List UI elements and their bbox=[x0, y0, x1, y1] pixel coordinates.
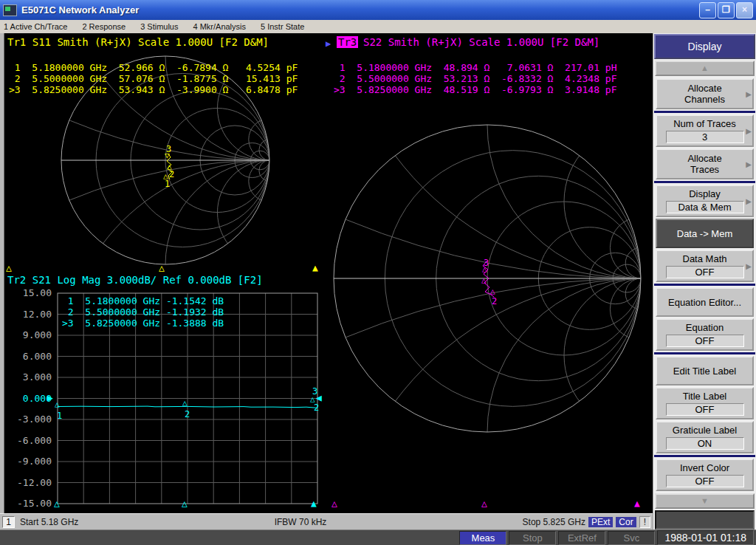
tr3-marker1-stimulus-indicator[interactable]: △ bbox=[331, 498, 337, 508]
tr1-marker1-stimulus-indicator[interactable]: △ bbox=[6, 263, 12, 272]
softkey-data-mem[interactable]: Data -> Mem bbox=[656, 219, 754, 248]
softkey-graticule-label[interactable]: Graticule LabelON bbox=[656, 421, 754, 453]
screen-bezel-edge bbox=[0, 33, 4, 513]
app-window: E5071C Network Analyzer – ❐ × 1 Active C… bbox=[0, 0, 756, 545]
tr1-marker2-stimulus-indicator[interactable]: △ bbox=[159, 263, 165, 272]
y-axis-label: 12.00 bbox=[10, 309, 52, 320]
menu-item-5[interactable]: 5 Instr State bbox=[261, 22, 304, 31]
softkey-label: Invert Color bbox=[680, 462, 729, 473]
active-trace-arrow-icon: ▶ bbox=[326, 39, 331, 48]
tr2-marker2-label: 2 bbox=[185, 410, 190, 419]
tr3-marker1-indicator[interactable]: △ bbox=[481, 276, 487, 284]
softkey-label: Equation bbox=[686, 322, 724, 333]
alert-badge: ! bbox=[639, 516, 650, 528]
softkey-label: Traces bbox=[690, 164, 719, 175]
softkey-label: Data Math bbox=[683, 253, 727, 264]
tr1-marker3-indicator[interactable]: ▽ bbox=[165, 151, 170, 160]
softkey-num-of-traces[interactable]: Num of Traces3▶ bbox=[656, 114, 754, 147]
softkey-menu-title: Display bbox=[654, 34, 755, 59]
softkey-value: OFF bbox=[666, 475, 744, 487]
marker-readout-row: 2 5.5000000 GHz -1.1932 dB bbox=[62, 306, 224, 318]
tr3-marker2-stimulus-indicator[interactable]: △ bbox=[481, 498, 487, 508]
tr1-marker-table: 1 5.1800000 GHz 52.966 Ω -6.7894 Ω 4.525… bbox=[9, 62, 298, 95]
tr2-marker-table: 1 5.1800000 GHz -1.1542 dB 2 5.5000000 G… bbox=[62, 295, 224, 329]
tr3-marker3-indicator[interactable]: △ bbox=[482, 265, 487, 273]
softkey-label: Equation Editor... bbox=[668, 297, 741, 308]
tr1-header[interactable]: Tr1 S11 Smith (R+jX) Scale 1.000U [F2 D&… bbox=[7, 36, 269, 48]
softkey-scroll-down-button[interactable]: ▼ bbox=[655, 493, 755, 509]
softkey-group-separator bbox=[654, 181, 755, 183]
tr2-ref-level-arrow-left[interactable]: ▶ bbox=[47, 393, 53, 402]
softkey-value: OFF bbox=[666, 335, 744, 347]
softkey-label: Allocate bbox=[687, 153, 721, 164]
tr2-header[interactable]: Tr2 S21 Log Mag 3.000dB/ Ref 0.000dB [F2… bbox=[7, 274, 263, 286]
softkey-title-label[interactable]: Title LabelOFF bbox=[656, 387, 754, 419]
menu-item-1[interactable]: 1 Active Ch/Trace bbox=[4, 22, 67, 31]
submenu-arrow-icon: ▶ bbox=[746, 127, 752, 135]
softkey-allocate-traces[interactable]: AllocateTraces▶ bbox=[656, 148, 754, 179]
start-frequency-label: Start 5.18 GHz bbox=[20, 517, 78, 527]
marker-readout-row: 1 5.1800000 GHz 48.894 Ω 7.0631 Ω 217.01… bbox=[334, 62, 617, 73]
titlebar: E5071C Network Analyzer – ❐ × bbox=[0, 0, 756, 20]
graticule-canvas bbox=[0, 33, 653, 513]
softkey-allocate-channels[interactable]: AllocateChannels▶ bbox=[656, 78, 754, 109]
instrument-status-bar: MeasStopExtRefSvc 1988-01-01 01:18 bbox=[0, 529, 756, 545]
y-axis-label: 6.000 bbox=[10, 351, 52, 362]
menu-item-2[interactable]: 2 Response bbox=[82, 22, 126, 31]
tr3-header-text[interactable]: S22 Smith (R+jX) Scale 1.000U [F2 D&M] bbox=[363, 36, 599, 48]
marker-readout-row: 1 5.1800000 GHz -1.1542 dB bbox=[62, 295, 224, 306]
status-badge-cor: Cor bbox=[616, 517, 636, 527]
submenu-arrow-icon: ▶ bbox=[746, 262, 752, 270]
minimize-button[interactable]: – bbox=[699, 2, 716, 18]
tr1-marker3-stimulus-indicator[interactable]: ▲ bbox=[312, 263, 318, 272]
softkey-label: Allocate bbox=[687, 83, 721, 94]
tr3-marker2-indicator[interactable]: △ bbox=[490, 287, 495, 295]
datetime-display: 1988-01-01 01:18 bbox=[657, 530, 754, 545]
tr1-marker1-label: 1 bbox=[165, 179, 170, 188]
ifbw-label: IFBW 70 kHz bbox=[275, 517, 327, 527]
tr2-marker1-indicator[interactable]: △ bbox=[55, 400, 60, 408]
tr3-marker-table: 1 5.1800000 GHz 48.894 Ω 7.0631 Ω 217.01… bbox=[334, 62, 617, 95]
y-axis-label: -6.000 bbox=[10, 435, 52, 446]
y-axis-label: -9.000 bbox=[10, 456, 52, 467]
menu-item-3[interactable]: 3 Stimulus bbox=[140, 22, 178, 31]
softkey-value: OFF bbox=[666, 266, 744, 278]
softkey-sidebar: Display ▲ AllocateChannels▶Num of Traces… bbox=[653, 33, 756, 529]
tr3-marker2-label: 2 bbox=[492, 297, 497, 306]
softkey-data-math[interactable]: Data MathOFF▶ bbox=[656, 250, 754, 282]
tr2-marker1-stimulus-indicator[interactable]: △ bbox=[54, 498, 60, 508]
indicator-svc: Svc bbox=[608, 531, 655, 545]
softkey-display[interactable]: DisplayData & Mem▶ bbox=[656, 185, 754, 217]
y-axis-label: -12.00 bbox=[10, 477, 52, 488]
softkey-value: Data & Mem bbox=[666, 201, 744, 213]
y-axis-label: 9.000 bbox=[10, 329, 52, 340]
marker-readout-row: >3 5.8250000 GHz 48.519 Ω -6.9793 Ω 3.91… bbox=[334, 84, 617, 95]
submenu-arrow-icon: ▶ bbox=[746, 197, 752, 205]
softkey-edit-title-label[interactable]: Edit Title Label bbox=[656, 356, 754, 385]
y-axis-label: 15.00 bbox=[10, 287, 52, 298]
softkey-value: ON bbox=[666, 437, 744, 450]
sidebar-filler bbox=[655, 510, 755, 529]
marker-readout-row: 2 5.5000000 GHz 57.076 Ω -1.8775 Ω 15.41… bbox=[9, 73, 298, 84]
softkey-scroll-up-button[interactable]: ▲ bbox=[655, 61, 755, 76]
softkey-invert-color[interactable]: Invert ColorOFF bbox=[656, 459, 754, 491]
softkey-label: Graticule Label bbox=[673, 425, 737, 436]
menu-item-4[interactable]: 4 Mkr/Analysis bbox=[193, 22, 246, 31]
y-axis-label: 3.000 bbox=[10, 371, 52, 383]
restore-button[interactable]: ❐ bbox=[718, 2, 735, 18]
tr2-marker2-indicator[interactable]: △ bbox=[182, 399, 188, 407]
tr3-header[interactable]: Tr3 bbox=[337, 36, 358, 48]
softkey-value: 3 bbox=[666, 131, 744, 143]
softkey-value: OFF bbox=[666, 403, 744, 416]
softkey-equation-editor[interactable]: Equation Editor... bbox=[656, 287, 754, 317]
close-button[interactable]: × bbox=[736, 2, 753, 18]
softkey-label: Num of Traces bbox=[673, 118, 736, 129]
tr2-marker3-stimulus-indicator[interactable]: ▲ bbox=[311, 498, 317, 508]
softkey-group-separator bbox=[654, 284, 755, 286]
softkey-equation[interactable]: EquationOFF bbox=[656, 318, 754, 351]
marker-readout-row: 1 5.1800000 GHz 52.966 Ω -6.7894 Ω 4.525… bbox=[9, 62, 298, 73]
tr3-marker3-stimulus-indicator[interactable]: ▲ bbox=[634, 498, 640, 508]
tr2-marker1-label: 1 bbox=[57, 411, 62, 420]
tr2-ref-level-arrow-right[interactable]: ◀ bbox=[316, 393, 322, 402]
tr2-marker2-stimulus-indicator[interactable]: △ bbox=[182, 498, 188, 508]
